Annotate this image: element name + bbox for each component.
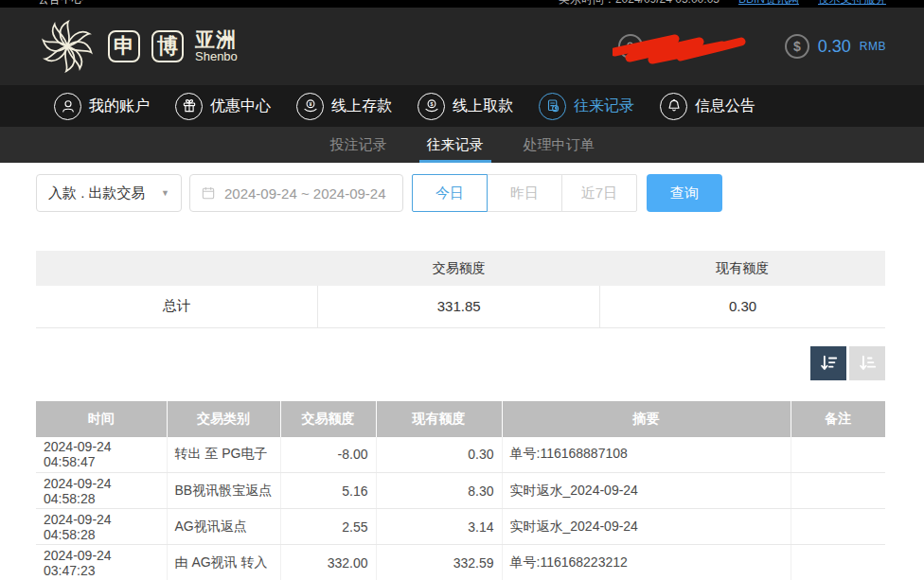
table-row: 2024-09-24 03:47:23 由 AG视讯 转入 332.00 332… (36, 545, 885, 580)
balance-display[interactable]: $ 0.30 RMB (785, 34, 886, 59)
sort-descending-button[interactable] (810, 346, 846, 380)
summary-total-label: 总计 (36, 286, 318, 327)
cell-time: 2024-09-24 04:58:28 (36, 473, 167, 509)
logo-subtitle: Shenbo (195, 50, 238, 63)
nav-my-account[interactable]: 我的账户 (54, 93, 150, 120)
summary-header-row: 交易额度 现有额度 (36, 251, 885, 286)
chevron-down-icon: ▼ (161, 188, 169, 198)
shenbo-logo[interactable]: 申 博 亚洲 Shenbo (38, 17, 238, 76)
quick-date-buttons: 今日 昨日 近7日 (412, 174, 637, 212)
flower-logo-icon (38, 17, 97, 76)
cell-type: BB视讯骰宝返点 (167, 473, 280, 509)
logo-char-bo: 博 (151, 30, 184, 62)
sub-nav: 投注记录 往来记录 处理中订单 (0, 127, 924, 163)
nav-promotions[interactable]: 优惠中心 (175, 93, 271, 120)
summary-total-trade: 331.85 (318, 286, 600, 327)
table-row: 2024-09-24 04:58:28 AG视讯返点 2.55 3.14 实时返… (36, 509, 885, 545)
filter-bar: 入款 . 出款交易 ▼ 2024-09-24 ~ 2024-09-24 今日 昨… (36, 174, 885, 212)
col-amount: 交易额度 (280, 401, 376, 437)
col-balance: 现有额度 (376, 401, 502, 437)
cell-note (791, 473, 885, 509)
summary-col-empty (36, 251, 318, 286)
col-note: 备注 (791, 401, 885, 437)
summary-col-trade: 交易额度 (318, 251, 600, 286)
cell-balance: 8.30 (376, 473, 502, 509)
main-nav: 我的账户 优惠中心 ¥ 线上存款 $ 线上取款 往来记录 信息公告 (0, 85, 924, 127)
top-utility-bar: 公告中心 美东时间：2024/09/24 05:00:05 BBIN资讯网 技术… (0, 0, 924, 8)
nav-deposit[interactable]: ¥ 线上存款 (296, 93, 392, 120)
nav-withdraw[interactable]: $ 线上取款 (418, 93, 513, 120)
tab-pending-orders[interactable]: 处理中订单 (516, 127, 602, 163)
main-content: 入款 . 出款交易 ▼ 2024-09-24 ~ 2024-09-24 今日 昨… (0, 163, 924, 580)
cell-summary: 单号:116168887108 (502, 437, 791, 473)
sort-ascending-button[interactable] (849, 346, 885, 380)
cell-amount: 5.16 (280, 473, 376, 509)
table-row: 2024-09-24 04:58:47 转出 至 PG电子 -8.00 0.30… (36, 437, 885, 473)
tech-support-link[interactable]: 技术支持服务 (818, 0, 886, 8)
username-area[interactable] (618, 27, 760, 65)
yesterday-button[interactable]: 昨日 (487, 174, 562, 212)
summary-table: 交易额度 现有额度 总计 331.85 0.30 (36, 251, 885, 328)
today-button[interactable]: 今日 (412, 174, 488, 212)
logo-char-shen: 申 (108, 30, 140, 62)
col-type: 交易类别 (167, 401, 280, 437)
bbin-news-link[interactable]: BBIN资讯网 (738, 0, 799, 8)
server-time: 美东时间：2024/09/24 05:00:05 (559, 0, 720, 8)
calendar-icon (201, 185, 216, 201)
search-button[interactable]: 查询 (647, 174, 722, 212)
dollar-icon: $ (785, 34, 809, 59)
cell-summary: 实时返水_2024-09-24 (502, 509, 791, 545)
date-range-input[interactable]: 2024-09-24 ~ 2024-09-24 (189, 174, 403, 212)
bell-icon (660, 93, 687, 120)
cell-type: AG视讯返点 (167, 509, 280, 545)
tab-betting-records[interactable]: 投注记录 (323, 127, 395, 163)
cell-summary: 实时返水_2024-09-24 (502, 473, 791, 509)
summary-total-row: 总计 331.85 0.30 (36, 286, 885, 327)
cell-amount: -8.00 (280, 437, 376, 473)
cell-amount: 332.00 (280, 545, 376, 580)
cell-time: 2024-09-24 04:58:28 (36, 509, 167, 545)
redaction-scribble (613, 31, 747, 65)
cell-type: 转出 至 PG电子 (167, 437, 280, 473)
balance-currency: RMB (860, 40, 886, 53)
summary-total-balance: 0.30 (600, 286, 885, 327)
transaction-type-select[interactable]: 入款 . 出款交易 ▼ (36, 174, 182, 212)
table-row: 2024-09-24 04:58:28 BB视讯骰宝返点 5.16 8.30 实… (36, 473, 885, 509)
col-time: 时间 (36, 401, 167, 437)
svg-text:¥: ¥ (309, 101, 311, 107)
svg-text:$: $ (430, 101, 433, 107)
sort-desc-icon (818, 353, 839, 374)
transactions-table: 时间 交易类别 交易额度 现有额度 摘要 备注 2024-09-24 04:58… (36, 401, 885, 580)
logo-region-text: 亚洲 (195, 29, 238, 50)
summary-col-balance: 现有额度 (600, 251, 885, 286)
nav-announcements[interactable]: 信息公告 (660, 93, 755, 120)
announcement-center-link[interactable]: 公告中心 (38, 0, 83, 8)
withdraw-icon: $ (418, 93, 445, 120)
cell-balance: 3.14 (376, 509, 502, 545)
user-icon (54, 93, 81, 120)
site-header: 申 博 亚洲 Shenbo $ 0.30 RMB (0, 8, 924, 85)
sort-asc-icon (857, 353, 878, 374)
sort-controls (36, 346, 885, 380)
cell-note (791, 437, 885, 473)
cell-note (791, 509, 885, 545)
records-icon (539, 93, 566, 120)
cell-balance: 332.59 (376, 545, 502, 580)
balance-amount: 0.30 (818, 37, 851, 57)
cell-balance: 0.30 (376, 437, 502, 473)
cell-time: 2024-09-24 03:47:23 (36, 545, 167, 580)
nav-transaction-records[interactable]: 往来记录 (539, 93, 634, 120)
table-header-row: 时间 交易类别 交易额度 现有额度 摘要 备注 (36, 401, 885, 437)
deposit-icon: ¥ (296, 93, 324, 120)
last7days-button[interactable]: 近7日 (561, 174, 637, 212)
col-summary: 摘要 (502, 401, 791, 437)
gift-icon (175, 93, 203, 120)
cell-summary: 单号:116168223212 (502, 545, 791, 580)
cell-type: 由 AG视讯 转入 (167, 545, 280, 580)
cell-amount: 2.55 (280, 509, 376, 545)
tab-transaction-records[interactable]: 往来记录 (419, 127, 491, 163)
cell-note (791, 545, 885, 580)
cell-time: 2024-09-24 04:58:47 (36, 437, 167, 473)
